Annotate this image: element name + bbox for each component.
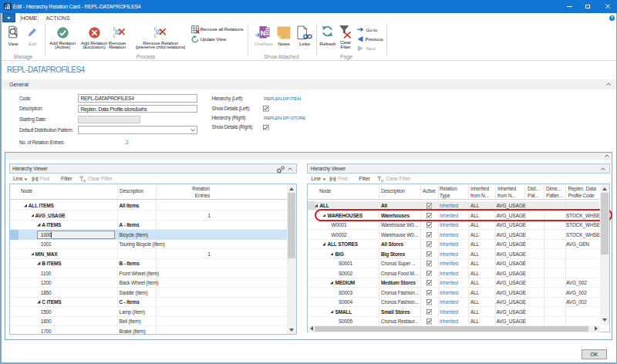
svg-text:N: N [261,29,266,37]
